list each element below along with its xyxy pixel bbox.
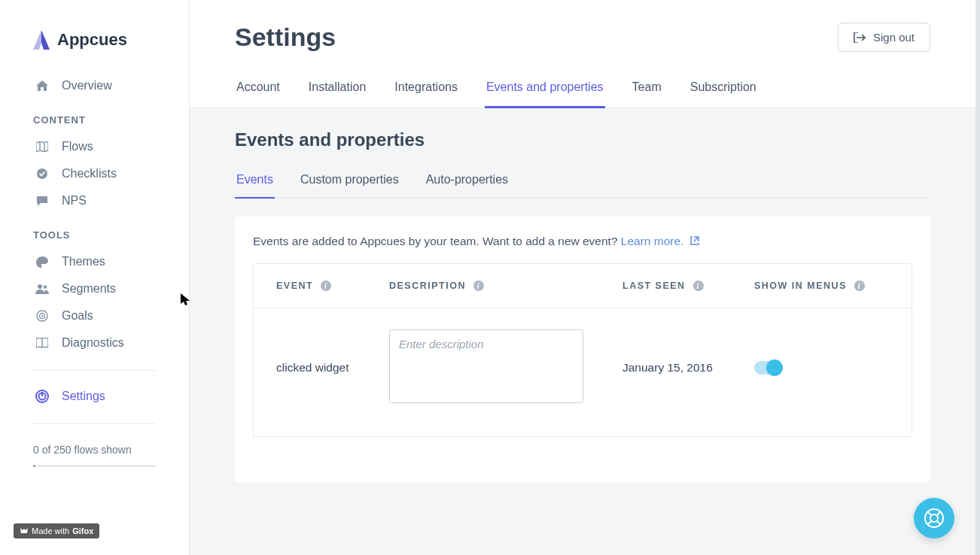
book-icon [35, 338, 50, 348]
flows-shown-text: 0 of 250 flows shown [0, 436, 189, 459]
sidebar-item-themes[interactable]: Themes [0, 248, 189, 275]
tab-integrations[interactable]: Integrations [393, 73, 459, 108]
power-icon [35, 390, 50, 403]
learn-more-link[interactable]: Learn more. [621, 235, 699, 247]
brand-name: Appcues [57, 30, 127, 50]
scrollbar[interactable] [975, 0, 980, 555]
intro-text: Events are added to Appcues by your team… [253, 235, 912, 248]
sidebar-item-nps[interactable]: NPS [0, 187, 189, 214]
table-row: clicked widget January 15, 2016 [254, 308, 912, 436]
check-circle-icon [35, 168, 50, 180]
subtab-events[interactable]: Events [235, 167, 275, 199]
sign-out-label: Sign out [873, 31, 915, 44]
topbar: Settings Sign out Account Installation I… [190, 0, 975, 108]
help-fab-button[interactable] [914, 498, 954, 538]
svg-line-13 [927, 521, 931, 525]
lifebuoy-icon [924, 508, 945, 529]
info-icon[interactable]: i [693, 281, 704, 291]
tab-installation[interactable]: Installation [307, 73, 368, 108]
appcues-logo-icon [33, 30, 50, 50]
svg-line-12 [937, 511, 941, 515]
page-title: Settings [235, 23, 336, 52]
subtab-custom-properties[interactable]: Custom properties [299, 167, 400, 199]
show-in-menus-toggle[interactable] [754, 361, 781, 375]
col-show-in-menus: SHOW IN MENUS i [754, 281, 889, 291]
users-icon [35, 284, 50, 294]
divider [33, 370, 156, 371]
sidebar-item-label: Segments [62, 282, 116, 296]
last-seen-value: January 15, 2016 [622, 361, 713, 374]
sidebar-item-label: Themes [62, 255, 105, 268]
made-with-gifox-badge[interactable]: Made with Gifox [14, 523, 99, 538]
col-event: EVENT i [276, 281, 389, 291]
svg-line-11 [927, 511, 931, 515]
sidebar-item-flows[interactable]: Flows [0, 133, 189, 160]
svg-point-2 [44, 285, 47, 288]
divider [33, 423, 156, 424]
svg-line-14 [937, 521, 941, 525]
brand-logo[interactable]: Appcues [0, 30, 189, 72]
description-input[interactable] [389, 329, 583, 403]
info-icon[interactable]: i [473, 281, 484, 291]
made-with-brand: Gifox [72, 526, 93, 535]
svg-point-10 [930, 514, 938, 522]
sidebar-item-label: Settings [62, 390, 105, 403]
sidebar-item-label: Flows [62, 140, 93, 153]
toggle-knob [766, 359, 783, 376]
sidebar-item-segments[interactable]: Segments [0, 275, 189, 302]
secondary-tabs: Events Custom properties Auto-properties [235, 167, 930, 199]
sidebar-item-label: Overview [62, 79, 112, 92]
svg-point-5 [41, 315, 43, 317]
main-content: Settings Sign out Account Installation I… [190, 0, 975, 555]
tab-team[interactable]: Team [631, 73, 663, 108]
external-link-icon [690, 237, 699, 247]
sidebar-item-overview[interactable]: Overview [0, 72, 189, 99]
palette-icon [35, 256, 50, 268]
gifox-icon [20, 526, 29, 535]
col-description: DESCRIPTION i [389, 281, 622, 291]
tab-account[interactable]: Account [235, 73, 282, 108]
info-icon[interactable]: i [321, 281, 331, 291]
sidebar-item-label: Diagnostics [62, 336, 124, 350]
table-header: EVENT i DESCRIPTION i LAST SEEN i SHOW I… [254, 264, 912, 308]
primary-tabs: Account Installation Integrations Events… [235, 73, 930, 108]
svg-point-1 [38, 284, 42, 289]
svg-point-0 [37, 168, 47, 179]
sidebar-item-label: NPS [62, 194, 87, 208]
events-card: Events are added to Appcues by your team… [235, 217, 930, 482]
subtab-auto-properties[interactable]: Auto-properties [425, 167, 510, 199]
events-table: EVENT i DESCRIPTION i LAST SEEN i SHOW I… [253, 263, 912, 437]
sidebar-item-diagnostics[interactable]: Diagnostics [0, 329, 189, 356]
tab-events-and-properties[interactable]: Events and properties [485, 73, 605, 108]
map-icon [35, 141, 50, 152]
col-last-seen: LAST SEEN i [622, 281, 754, 291]
sidebar-item-label: Checklists [62, 167, 117, 180]
sidebar-item-checklists[interactable]: Checklists [0, 160, 189, 187]
chat-icon [35, 196, 50, 206]
sidebar-item-label: Goals [62, 309, 93, 323]
flows-progress-fill [33, 465, 35, 467]
flows-progress-bar [33, 465, 156, 467]
target-icon [35, 310, 50, 322]
sign-out-button[interactable]: Sign out [838, 23, 930, 52]
home-icon [35, 80, 50, 91]
tab-subscription[interactable]: Subscription [689, 73, 758, 108]
sign-out-icon [854, 32, 866, 43]
sidebar-item-settings[interactable]: Settings [0, 383, 189, 410]
sidebar: Appcues Overview CONTENT Flows Checklist… [0, 0, 190, 555]
sidebar-item-goals[interactable]: Goals [0, 302, 189, 329]
intro-body: Events are added to Appcues by your team… [253, 235, 621, 247]
sidebar-section-tools: TOOLS [0, 214, 189, 248]
event-name: clicked widget [276, 361, 349, 374]
info-icon[interactable]: i [854, 281, 865, 291]
sidebar-section-content: CONTENT [0, 99, 189, 133]
section-title: Events and properties [235, 129, 930, 150]
content-area: Events and properties Events Custom prop… [190, 108, 975, 555]
made-with-prefix: Made with [32, 526, 69, 535]
